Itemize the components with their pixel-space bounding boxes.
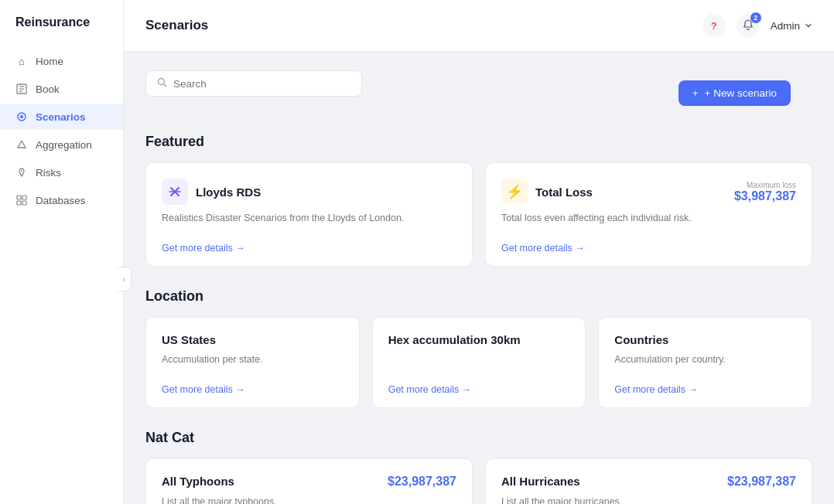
hurricanes-value: $23,987,387 — [727, 475, 796, 489]
svg-line-13 — [164, 84, 167, 87]
plus-icon: + — [692, 87, 699, 99]
home-icon: ⌂ — [15, 55, 28, 67]
lloyds-rds-card: Lloyds RDS Realistics Disaster Scenarios… — [145, 162, 473, 267]
search-icon — [157, 77, 167, 90]
svg-point-5 — [20, 115, 23, 118]
sidebar-item-home[interactable]: ⌂ Home — [0, 48, 123, 74]
countries-desc: Accumulation per country. — [614, 352, 796, 367]
total-loss-card-header: ⚡ Total Loss Maximum loss $3,987,387 — [501, 179, 796, 205]
sidebar-collapse-button[interactable]: ‹ — [118, 267, 132, 291]
us-states-card: US States Accumulation per state. Get mo… — [145, 317, 360, 408]
typhoons-desc: List all the major typhoons. — [162, 495, 456, 505]
us-states-title: US States — [162, 333, 344, 346]
hex-accumulation-card: Hex accumulation 30km Get more details → — [372, 317, 586, 408]
card-title-row: ⚡ Total Loss — [501, 179, 593, 205]
lloyds-details-link[interactable]: Get more details → — [162, 243, 456, 254]
nat-cat-section-title: Nat Cat — [145, 430, 812, 446]
search-bar[interactable] — [145, 70, 362, 97]
sidebar: Reinsurance ⌂ Home Book Scenarios Aggreg… — [0, 0, 124, 504]
countries-title: Countries — [614, 333, 796, 346]
sidebar-item-label: Book — [36, 83, 60, 95]
location-cards-grid: US States Accumulation per state. Get mo… — [145, 317, 812, 408]
sidebar-item-databases[interactable]: Databases — [0, 187, 123, 213]
admin-label: Admin — [771, 20, 800, 32]
total-loss-card-desc: Total loss even affecting each individua… — [501, 211, 796, 226]
sidebar-item-aggregation[interactable]: Aggregation — [0, 131, 123, 158]
sidebar-item-book[interactable]: Book — [0, 76, 123, 102]
total-loss-card-title: Total Loss — [535, 186, 593, 199]
lloyds-card-desc: Realistics Disaster Scenarios from the L… — [162, 211, 456, 226]
lloyds-icon — [162, 179, 188, 205]
sidebar-nav: ⌂ Home Book Scenarios Aggregation Risk — [0, 48, 123, 213]
header-actions: ? 2 Admin — [702, 14, 812, 37]
notifications-button[interactable]: 2 — [737, 14, 760, 37]
all-hurricanes-card: All Hurricanes $23,987,387 List all the … — [485, 458, 812, 505]
hurricanes-title: All Hurricanes — [501, 475, 580, 488]
sidebar-item-label: Databases — [36, 195, 86, 206]
sidebar-item-label: Aggregation — [36, 139, 92, 151]
aggregation-icon — [15, 138, 28, 151]
countries-details-link[interactable]: Get more details → — [614, 384, 796, 395]
sidebar-item-label: Risks — [36, 167, 61, 179]
hurricanes-desc: List all the major hurricanes. — [501, 495, 796, 505]
sidebar-item-scenarios[interactable]: Scenarios — [0, 104, 123, 130]
notification-count: 2 — [750, 12, 761, 23]
max-loss-info: Maximum loss $3,987,387 — [734, 181, 796, 203]
new-scenario-button[interactable]: + + New scenario — [678, 80, 791, 106]
svg-rect-11 — [22, 201, 26, 205]
sidebar-item-label: Scenarios — [36, 111, 86, 123]
total-loss-icon: ⚡ — [501, 179, 528, 205]
us-states-desc: Accumulation per state. — [162, 352, 344, 367]
max-loss-label: Maximum loss — [734, 181, 796, 189]
location-section-title: Location — [145, 288, 812, 305]
card-title-row: Lloyds RDS — [162, 179, 456, 205]
search-input[interactable] — [173, 78, 350, 90]
all-typhoons-card: All Typhoons $23,987,387 List all the ma… — [145, 458, 473, 505]
typhoons-title: All Typhoons — [162, 475, 234, 488]
chevron-down-icon — [805, 20, 812, 32]
search-row: + + New scenario — [145, 70, 812, 115]
page-header: Scenarios ? 2 Admin — [124, 0, 834, 52]
lloyds-card-title: Lloyds RDS — [196, 186, 261, 199]
risks-icon — [15, 166, 28, 179]
help-button[interactable]: ? — [702, 14, 726, 37]
featured-cards-grid: Lloyds RDS Realistics Disaster Scenarios… — [145, 162, 812, 267]
sidebar-item-risks[interactable]: Risks — [0, 159, 123, 186]
total-loss-details-link[interactable]: Get more details → — [501, 243, 796, 254]
book-icon — [15, 83, 28, 95]
databases-icon — [15, 194, 28, 206]
svg-rect-9 — [22, 196, 26, 199]
svg-rect-8 — [17, 196, 21, 199]
svg-marker-6 — [18, 141, 26, 148]
hurricanes-card-header: All Hurricanes $23,987,387 — [501, 475, 796, 489]
app-logo: Reinsurance — [0, 15, 123, 48]
hex-accumulation-title: Hex accumulation 30km — [388, 333, 570, 346]
typhoons-card-header: All Typhoons $23,987,387 — [162, 475, 456, 489]
admin-menu-button[interactable]: Admin — [771, 20, 812, 32]
typhoons-value: $23,987,387 — [388, 475, 456, 489]
svg-rect-10 — [17, 201, 21, 205]
svg-point-7 — [21, 170, 22, 172]
total-loss-card: ⚡ Total Loss Maximum loss $3,987,387 Tot… — [485, 162, 812, 267]
max-loss-value: $3,987,387 — [734, 189, 796, 203]
scenarios-icon — [15, 111, 28, 123]
page-title: Scenarios — [145, 18, 208, 33]
question-icon: ? — [711, 20, 717, 32]
hex-accumulation-details-link[interactable]: Get more details → — [388, 384, 570, 395]
page-content: + + New scenario Featured Lloyds RDS Rea… — [124, 52, 834, 504]
nat-cat-cards-grid: All Typhoons $23,987,387 List all the ma… — [145, 458, 812, 505]
main-content: Scenarios ? 2 Admin — [124, 0, 834, 504]
featured-section-title: Featured — [145, 134, 812, 150]
us-states-details-link[interactable]: Get more details → — [162, 384, 344, 395]
countries-card: Countries Accumulation per country. Get … — [598, 317, 812, 408]
sidebar-item-label: Home — [36, 56, 63, 67]
